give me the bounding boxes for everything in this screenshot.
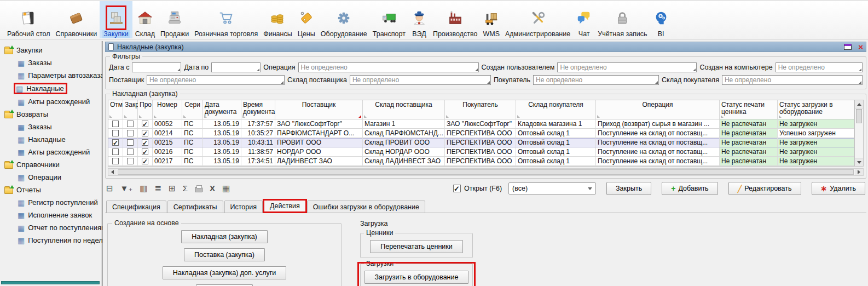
- column-header[interactable]: Склад поставщика: [363, 100, 445, 119]
- buyer-input[interactable]: Не определено: [533, 75, 659, 85]
- posted-checkbox[interactable]: [142, 158, 148, 164]
- sidebar-group-returns[interactable]: Возвраты: [0, 108, 102, 121]
- toolbar-item-warehouse[interactable]: Склад: [132, 1, 158, 38]
- sidebar-item-discrepancy-acts[interactable]: ▦ Акты расхождений: [0, 95, 102, 108]
- column-header[interactable]: Закр: [123, 100, 138, 119]
- scroll-down-icon[interactable]: [855, 158, 863, 166]
- marked-checkbox-cell[interactable]: [108, 147, 123, 157]
- sidebar-item-receipts-by-week[interactable]: ▦ Поступления по неделям: [0, 234, 102, 247]
- state-filter-select[interactable]: (все): [508, 182, 596, 195]
- table-row[interactable]: 00216 ПС 13.05.19 11:38:57 НОРДАР ООО Ск…: [108, 147, 854, 157]
- column-header[interactable]: Покупатель: [445, 100, 516, 119]
- create-invoice-button[interactable]: Накладная (закупка): [181, 230, 268, 243]
- buyer-wh-input[interactable]: Не определено: [722, 75, 863, 85]
- closed-checkbox-cell[interactable]: [123, 129, 138, 138]
- created-on-input[interactable]: Не определено: [776, 62, 863, 72]
- closed-checkbox-cell[interactable]: [123, 147, 138, 157]
- column-header[interactable]: Номер: [153, 100, 182, 119]
- column-header[interactable]: Про: [138, 100, 153, 119]
- sidebar-group-purchases[interactable]: Закупки: [0, 44, 102, 56]
- posted-checkbox-cell[interactable]: [138, 147, 153, 157]
- edit-button[interactable]: ╱Редактировать: [728, 182, 801, 195]
- operation-input[interactable]: Не определено: [298, 62, 479, 72]
- toolbar-item-purchases[interactable]: Закупки: [100, 1, 132, 38]
- closed-checkbox[interactable]: [127, 148, 134, 155]
- toolbar-item-administration[interactable]: Администрирование: [502, 1, 573, 38]
- print-icon[interactable]: [195, 187, 202, 192]
- closed-checkbox[interactable]: [127, 130, 134, 136]
- sidebar-item-operations[interactable]: ▦ Операции: [0, 171, 102, 184]
- column-header[interactable]: Поставщик: [275, 100, 363, 119]
- toolbar-item-transport[interactable]: Транспорт: [370, 1, 408, 38]
- toolbar-item-references[interactable]: Справочники: [53, 1, 100, 38]
- create-supply-button[interactable]: Поставка (закупка): [184, 248, 265, 261]
- column-header[interactable]: Время документа: [241, 100, 275, 119]
- table-row[interactable]: 00052 ПС 13.05.19 17:37:57 ЗАО "ЛюксСофт…: [108, 119, 854, 129]
- posted-checkbox[interactable]: [142, 121, 148, 127]
- supplier-wh-input[interactable]: Не определено: [350, 75, 491, 85]
- column-header[interactable]: Статус загрузки в оборудование: [778, 100, 854, 119]
- toolbar-item-finance[interactable]: Финансы: [261, 1, 294, 38]
- marked-checkbox[interactable]: [112, 121, 119, 127]
- excel-export-icon[interactable]: X: [210, 184, 215, 193]
- totals-icon[interactable]: Σ: [183, 184, 188, 193]
- toolbar-item-production[interactable]: Производство: [430, 1, 481, 38]
- tab-load-errors[interactable]: Ошибки загрузки в оборудование: [307, 201, 425, 213]
- table-row[interactable]: 00217 ПС 13.05.19 17:34:51 ЛАДИНВЕСТ ЗАО…: [108, 157, 854, 166]
- posted-checkbox-cell[interactable]: [138, 138, 153, 147]
- row-numbering-icon[interactable]: ≣: [155, 184, 162, 193]
- vertical-scrollbar[interactable]: [855, 100, 864, 167]
- create-invoice-services-button[interactable]: Накладная (закупка) доп. услуги: [163, 266, 286, 279]
- toolbar-item-customs[interactable]: ВЭД: [408, 1, 430, 38]
- toolbar-item-retail[interactable]: Розничная торговля: [192, 1, 261, 38]
- toolbar-item-sales[interactable]: Продажи: [158, 1, 192, 38]
- supplier-input[interactable]: Не определено: [147, 75, 285, 85]
- closed-checkbox-cell[interactable]: [123, 138, 138, 147]
- scroll-up-icon[interactable]: [855, 100, 863, 108]
- closed-checkbox[interactable]: [127, 139, 134, 146]
- sidebar-item-invoices[interactable]: ▦ Накладные: [0, 82, 102, 95]
- sidebar-item-receipts-report[interactable]: ▦ Отчет по поступлениям: [0, 221, 102, 234]
- sidebar-group-references[interactable]: Справочники: [0, 158, 102, 171]
- marked-checkbox-cell[interactable]: [108, 129, 123, 138]
- maximize-icon[interactable]: [844, 44, 852, 50]
- column-header[interactable]: Статус печати ценника: [720, 100, 778, 119]
- toolbar-item-chat[interactable]: Чат: [573, 1, 595, 38]
- toolbar-item-equipment[interactable]: Оборудование: [318, 1, 370, 38]
- closed-checkbox[interactable]: [127, 121, 134, 127]
- toolbar-item-account[interactable]: Учётная запись: [595, 1, 650, 38]
- reprint-price-tags-button[interactable]: Перепечатать ценники: [370, 240, 463, 253]
- column-header[interactable]: Склад покупателя: [516, 100, 596, 119]
- open-checkbox[interactable]: [453, 185, 461, 192]
- summary-add-icon[interactable]: ⊞: [169, 184, 176, 193]
- horizontal-scroll-thumb[interactable]: [118, 169, 854, 175]
- column-header[interactable]: Операция: [596, 100, 720, 119]
- sidebar-item-return-acts[interactable]: ▦ Акты расхождений: [0, 146, 102, 158]
- toolbar-item-desktop[interactable]: Рабочий стол: [4, 1, 53, 38]
- panel-groups-icon[interactable]: ⊟: [106, 184, 113, 193]
- marked-checkbox[interactable]: [112, 139, 119, 146]
- sidebar-item-return-invoices[interactable]: ▦ Накладные: [0, 133, 102, 146]
- date-to-input[interactable]: [211, 62, 261, 72]
- toolbar-item-bi[interactable]: BI: [650, 1, 672, 38]
- sidebar-item-return-orders[interactable]: ▦ Заказы: [0, 121, 102, 133]
- close-button[interactable]: Закрыть: [606, 182, 651, 195]
- sidebar-group-reports[interactable]: Отчеты: [0, 184, 102, 196]
- closed-checkbox[interactable]: [127, 158, 134, 164]
- toolbar-item-prices[interactable]: Цены: [295, 1, 318, 38]
- posted-checkbox[interactable]: [142, 130, 148, 136]
- close-icon[interactable]: ×: [858, 44, 863, 50]
- tab-history[interactable]: История: [224, 201, 263, 213]
- posted-checkbox-cell[interactable]: [138, 157, 153, 166]
- tab-specification[interactable]: Спецификация: [106, 201, 166, 213]
- sidebar-item-request-fulfilment[interactable]: ▦ Исполнение заявок: [0, 209, 102, 221]
- date-from-input[interactable]: [132, 62, 181, 72]
- sidebar-scrollbar[interactable]: [1, 281, 100, 284]
- delete-button[interactable]: ∗Удалить: [812, 182, 865, 195]
- column-header[interactable]: Сери: [182, 100, 203, 119]
- tab-certificates[interactable]: Сертификаты: [167, 201, 223, 213]
- scroll-left-icon[interactable]: [108, 169, 117, 175]
- vertical-scroll-thumb[interactable]: [856, 109, 862, 123]
- closed-checkbox-cell[interactable]: [123, 157, 138, 166]
- column-header[interactable]: Дата документа: [203, 100, 241, 119]
